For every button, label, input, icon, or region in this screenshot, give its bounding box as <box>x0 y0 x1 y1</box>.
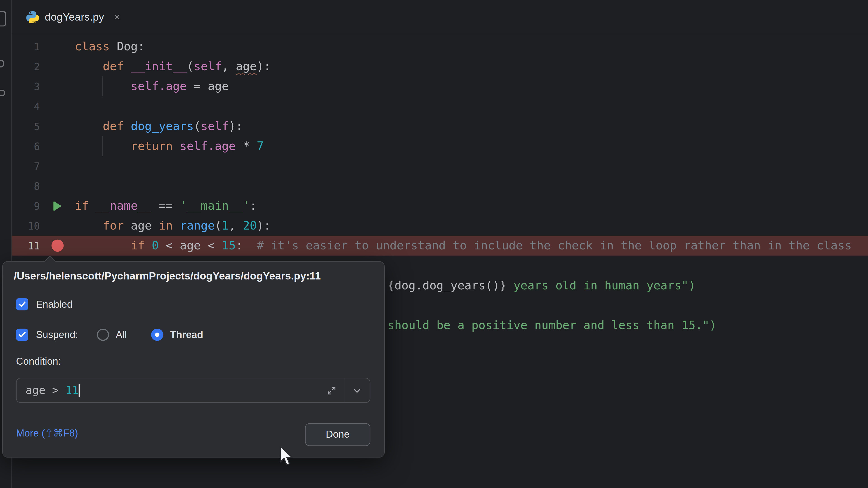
condition-input[interactable]: age > 11 <box>16 378 370 403</box>
code-line[interactable]: 3 self.age = age <box>11 76 868 96</box>
code-line[interactable]: 4 <box>11 96 868 116</box>
breakpoint-icon[interactable] <box>40 239 74 252</box>
tab-title: dogYears.py <box>45 11 104 23</box>
line-number[interactable]: 10 <box>11 220 40 231</box>
gutter[interactable]: 7 <box>11 156 75 176</box>
code-line[interactable]: 8 <box>11 176 868 196</box>
editor-tab-bar: dogYears.py × <box>11 0 868 34</box>
code-text: if 0 < age < 15: # it's easier to unders… <box>75 236 852 256</box>
toolwindow-icon-fragment[interactable] <box>0 11 6 27</box>
code-line[interactable]: 9if __name__ == '__main__': <box>11 196 868 216</box>
code-token: .age <box>208 139 236 153</box>
code-line[interactable]: 2 def __init__(self, age): <box>11 57 868 76</box>
code-token: age > <box>26 383 66 397</box>
suspend-all-label: All <box>116 329 127 340</box>
line-number[interactable]: 3 <box>11 80 40 92</box>
code-token <box>89 199 96 213</box>
condition-label: Condition: <box>16 356 61 367</box>
code-token: 7 <box>257 139 264 153</box>
indent-guide <box>102 76 103 96</box>
line-number[interactable]: 8 <box>11 180 40 192</box>
code-token: age <box>124 219 159 232</box>
suspend-all-radio[interactable] <box>97 329 109 341</box>
enabled-row: Enabled <box>16 297 72 312</box>
line-number[interactable]: 7 <box>11 160 40 172</box>
code-token <box>75 239 131 252</box>
code-token: .age <box>159 80 187 93</box>
condition-value: age > 11 <box>26 379 79 402</box>
line-number[interactable]: 4 <box>11 100 40 112</box>
breakpoint-popup: /Users/helenscott/PycharmProjects/dogYea… <box>2 261 385 457</box>
code-line[interactable]: 10 for age in range(1, 20): <box>11 216 868 236</box>
tab-dogyears[interactable]: dogYears.py × <box>25 0 128 34</box>
code-line[interactable]: 11 if 0 < age < 15: # it's easier to und… <box>11 236 868 256</box>
line-number[interactable]: 6 <box>11 140 40 152</box>
toolwindow-icon-fragment[interactable] <box>0 60 4 67</box>
code-text: return self.age * 7 <box>75 136 264 156</box>
code-line[interactable]: 6 return self.age * 7 <box>11 136 868 156</box>
line-number[interactable]: 1 <box>11 41 40 52</box>
code-text: def __init__(self, age): <box>75 57 271 76</box>
line-number[interactable]: 11 <box>11 240 40 252</box>
code-line[interactable]: 7 <box>11 156 868 176</box>
suspend-checkbox[interactable] <box>16 329 28 341</box>
code-token <box>145 239 152 252</box>
gutter[interactable]: 6 <box>11 136 75 156</box>
tab-close-icon[interactable]: × <box>114 11 120 23</box>
code-token: '__main__' <box>180 199 250 213</box>
code-token: Dog: <box>110 40 145 53</box>
line-number[interactable]: 2 <box>11 61 40 72</box>
code-text: self.age = age <box>75 76 229 96</box>
gutter[interactable]: 9 <box>11 196 75 216</box>
code-token: __init__ <box>131 60 187 73</box>
code-token: age <box>236 60 257 73</box>
line-number[interactable]: 5 <box>11 121 40 132</box>
pycharm-window: dogYears.py × 1class Dog:2 def __init__(… <box>0 0 868 488</box>
enabled-checkbox[interactable] <box>16 298 28 311</box>
gutter[interactable]: 5 <box>11 116 75 136</box>
more-link[interactable]: More (⇧⌘F8) <box>16 427 78 440</box>
code-line[interactable]: 1class Dog: <box>11 37 868 57</box>
code-token: {dog.dog_years()} <box>388 279 506 292</box>
code-token: 20 <box>243 219 257 232</box>
code-token: range <box>180 219 215 232</box>
code-token: : <box>236 239 257 252</box>
gutter[interactable]: 4 <box>11 96 75 116</box>
condition-dropdown-button[interactable] <box>344 379 370 402</box>
code-token: self <box>131 80 159 93</box>
code-text: if __name__ == '__main__': <box>75 196 257 216</box>
done-button[interactable]: Done <box>305 423 370 446</box>
code-token: ( <box>215 219 222 232</box>
code-token <box>173 219 180 232</box>
run-icon[interactable] <box>40 201 74 211</box>
suspend-label: Suspend: <box>36 329 78 340</box>
suspend-thread-radio[interactable] <box>151 329 163 341</box>
code-token: : <box>250 199 257 213</box>
gutter[interactable]: 10 <box>11 216 75 236</box>
code-token <box>75 219 103 232</box>
gutter[interactable]: 2 <box>11 57 75 76</box>
enabled-label: Enabled <box>36 298 72 310</box>
line-number[interactable]: 9 <box>11 200 40 212</box>
suspend-thread-label: Thread <box>170 329 203 340</box>
code-token: = age <box>187 80 229 93</box>
gutter[interactable]: 1 <box>11 37 75 57</box>
code-token: class <box>75 40 110 53</box>
code-token: return <box>131 139 173 153</box>
code-text: def dog_years(self): <box>75 116 243 136</box>
breakpoint-path: /Users/helenscott/PycharmProjects/dogYea… <box>14 270 321 282</box>
gutter[interactable]: 3 <box>11 76 75 96</box>
python-icon <box>26 11 39 23</box>
code-token: def <box>103 120 124 133</box>
gutter[interactable]: 8 <box>11 176 75 196</box>
gutter[interactable]: 11 <box>11 236 75 256</box>
expand-icon[interactable] <box>326 385 338 397</box>
code-token: # it's easier to understand to include t… <box>257 239 852 252</box>
code-line[interactable]: 5 def dog_years(self): <box>11 116 868 136</box>
code-token <box>75 60 103 73</box>
code-token: self <box>194 60 222 73</box>
code-token: 1 <box>222 219 229 232</box>
code-token: if <box>75 199 89 213</box>
toolwindow-icon-fragment[interactable] <box>0 90 5 96</box>
code-fragment: should be a positive number and less tha… <box>388 315 716 335</box>
